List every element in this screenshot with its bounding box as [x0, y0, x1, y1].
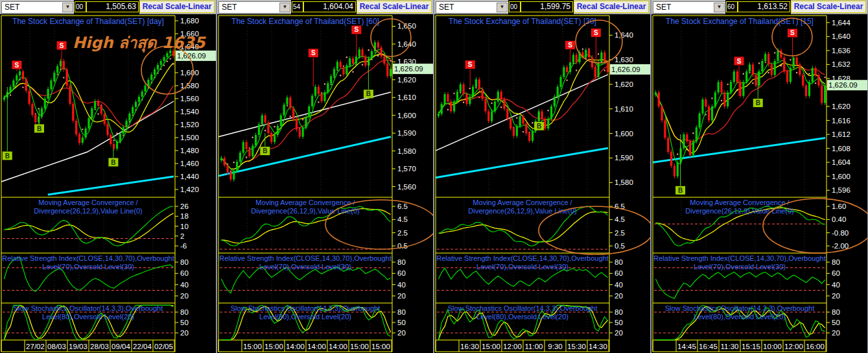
svg-text:60: 60 [397, 269, 406, 277]
svg-text:20: 20 [832, 329, 840, 337]
svg-text:15:00: 15:00 [482, 343, 500, 350]
svg-text:1,440: 1,440 [180, 173, 199, 180]
svg-text:1,580: 1,580 [615, 178, 633, 186]
symbol-dropdown[interactable]: SET ▼ [1, 1, 75, 14]
last-value-box: 1,613.52 [738, 1, 790, 12]
svg-text:S: S [737, 58, 742, 65]
svg-text:1,640: 1,640 [397, 40, 416, 48]
recal-scale-button[interactable]: Recal Scale-Linear [574, 1, 649, 13]
symbol-value: SET [222, 3, 237, 12]
svg-text:Level(70),Oversold Level(30): Level(70),Oversold Level(30) [259, 263, 351, 271]
svg-text:1.60: 1.60 [832, 202, 846, 210]
svg-text:1,608: 1,608 [832, 145, 850, 152]
chart-panel-15min: SET ▼ 60 1,613.52 Recal Scale-Linear SSB… [651, 0, 867, 353]
svg-text:11:30: 11:30 [721, 343, 739, 350]
svg-text:12:00: 12:00 [503, 343, 522, 350]
svg-text:14:00: 14:00 [286, 343, 305, 350]
recal-scale-button[interactable]: Recal Scale-Linear [791, 1, 866, 13]
svg-text:1,604: 1,604 [832, 158, 850, 166]
symbol-dropdown[interactable]: SET ▼ [436, 1, 509, 14]
svg-text:6.5: 6.5 [397, 202, 408, 210]
symbol-dropdown[interactable]: SET ▼ [218, 1, 292, 14]
symbol-dropdown[interactable]: SET ▼ [653, 1, 726, 14]
svg-text:Slow Stochastics Oscillator(14: Slow Stochastics Oscillator(14,3,3),Over… [448, 304, 598, 312]
chart-area[interactable]: SSBB1,6441,6401,6361,6321,6281,6201,6161… [651, 14, 867, 353]
panel-toolbar: SET ▼ 60 1,613.52 Recal Scale-Linear [651, 0, 867, 14]
svg-text:40: 40 [832, 281, 840, 289]
panel-toolbar: SET ▼ 00 1,599.75 Recal Scale-Linear [434, 0, 650, 14]
chart-panel-30min: SET ▼ 00 1,599.75 Recal Scale-Linear SSS… [434, 0, 650, 353]
svg-text:Moving Average Convergence /: Moving Average Convergence / [38, 199, 138, 206]
recal-scale-button[interactable]: Recal Scale-Linear [357, 1, 432, 13]
recal-scale-button[interactable]: Recal Scale-Linear [139, 1, 215, 13]
svg-text:1,626.09: 1,626.09 [611, 66, 640, 73]
svg-text:80: 80 [180, 308, 189, 316]
svg-text:1,596: 1,596 [832, 186, 850, 194]
svg-text:B: B [5, 152, 10, 160]
svg-text:1,570: 1,570 [397, 165, 416, 173]
svg-text:80: 80 [615, 258, 623, 266]
chart-area[interactable]: SSBB1,6501,6401,6301,6201,6101,6001,5901… [217, 14, 433, 353]
svg-text:1,600: 1,600 [615, 130, 633, 138]
value-strip: 00 1,505.63 [74, 0, 139, 14]
svg-text:50: 50 [615, 319, 623, 326]
svg-text:20: 20 [832, 292, 840, 300]
svg-text:4.5: 4.5 [615, 215, 625, 223]
svg-text:20: 20 [397, 292, 406, 300]
svg-text:Relative Strength Index(CLOSE,: Relative Strength Index(CLOSE,14,30,70),… [436, 254, 608, 262]
value-strip: 54 1,604.04 [291, 0, 357, 14]
value-strip: 00 1,599.75 [508, 0, 574, 14]
svg-text:The Stock Exchange of Thailand: The Stock Exchange of Thailand(SET) [60] [231, 17, 379, 26]
svg-text:02/05: 02/05 [154, 343, 173, 350]
svg-text:Moving Average Convergence /: Moving Average Convergence / [690, 199, 790, 206]
svg-text:Slow Stochastics Oscillator(14: Slow Stochastics Oscillator(14,3,3),Over… [231, 304, 381, 312]
chevron-down-icon[interactable]: ▼ [497, 3, 508, 12]
svg-text:1,626.09: 1,626.09 [394, 65, 423, 73]
svg-text:Divergence(26,12,9),Value Line: Divergence(26,12,9),Value Line(0) [34, 207, 142, 215]
svg-text:Level(80),Oversold Level(20): Level(80),Oversold Level(20) [42, 313, 134, 321]
svg-text:0.5: 0.5 [397, 242, 408, 250]
chevron-down-icon[interactable]: ▼ [279, 3, 290, 12]
svg-text:80: 80 [180, 258, 189, 266]
svg-text:15:00: 15:00 [264, 343, 283, 350]
svg-text:Moving Average Convergence /: Moving Average Convergence / [255, 199, 355, 206]
svg-text:S: S [468, 61, 473, 68]
svg-text:80: 80 [615, 308, 623, 316]
svg-text:1,600: 1,600 [397, 112, 416, 119]
svg-text:40: 40 [615, 281, 623, 289]
chevron-down-icon[interactable]: ▼ [714, 3, 725, 12]
svg-text:S: S [15, 62, 19, 69]
svg-text:1,610: 1,610 [397, 93, 416, 101]
svg-text:40: 40 [180, 281, 189, 289]
last-value-box: 1,604.04 [303, 1, 356, 12]
svg-text:15:30: 15:30 [567, 343, 586, 350]
svg-text:B: B [366, 90, 371, 97]
chart-area[interactable]: SSBBB1,6801,6601,6401,6001,5801,5601,540… [0, 14, 216, 353]
svg-text:Slow Stochastics Oscillator(14: Slow Stochastics Oscillator(14,3,3),Over… [14, 304, 163, 312]
svg-text:1,540: 1,540 [180, 108, 199, 116]
chart-area[interactable]: SSSB1,6401,6301,6201,6101,6001,5901,5801… [434, 14, 650, 353]
svg-text:20: 20 [615, 329, 623, 337]
svg-text:14:00: 14:00 [329, 343, 347, 350]
svg-text:80: 80 [832, 258, 840, 266]
svg-text:2.5: 2.5 [615, 229, 625, 237]
svg-text:Level(80),Oversold Level(20): Level(80),Oversold Level(20) [694, 313, 786, 321]
svg-text:B: B [537, 123, 541, 130]
svg-text:80: 80 [832, 308, 840, 316]
chart-panel-60min: SET ▼ 54 1,604.04 Recal Scale-Linear SSB… [217, 0, 433, 353]
svg-text:1,612: 1,612 [832, 130, 850, 138]
svg-text:15:00: 15:00 [371, 343, 390, 350]
svg-text:1,600: 1,600 [180, 69, 199, 77]
svg-text:B: B [678, 187, 683, 194]
symbol-value: SET [439, 3, 454, 12]
svg-text:26: 26 [180, 202, 189, 210]
svg-text:11:00: 11:00 [525, 343, 543, 350]
svg-text:Level(80),Oversold Level(20): Level(80),Oversold Level(20) [476, 313, 569, 321]
svg-text:Divergence(26,12,9),Value Line: Divergence(26,12,9),Value Line(0) [685, 207, 793, 215]
svg-text:08/03: 08/03 [47, 343, 66, 350]
svg-text:15:00: 15:00 [350, 343, 369, 350]
svg-text:1,636: 1,636 [832, 47, 850, 55]
svg-text:19/03: 19/03 [69, 343, 88, 350]
svg-text:28/03: 28/03 [90, 343, 109, 350]
chevron-down-icon[interactable]: ▼ [62, 3, 73, 12]
